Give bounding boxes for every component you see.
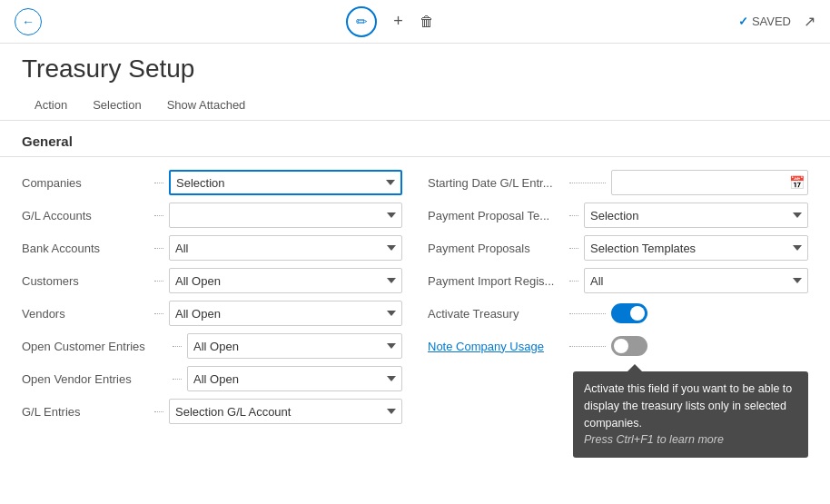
label-open-vendor-entries: Open Vendor Entries	[22, 372, 167, 386]
nav-tabs: Action Selection Show Attached	[0, 91, 830, 121]
dots-vendors	[154, 313, 163, 314]
dots-open-customer-entries	[173, 346, 182, 347]
dots-payment-proposals	[569, 248, 578, 249]
form-row-gl-accounts: G/L Accounts	[22, 201, 402, 230]
form-row-gl-entries: G/L Entries Selection G/L Account	[22, 397, 402, 426]
toggle-note-company-usage[interactable]	[611, 336, 647, 356]
label-note-company-usage: Note Company Usage	[428, 340, 564, 353]
page-title: Treasury Setup	[0, 44, 830, 91]
form-row-payment-proposal-template: Payment Proposal Te... Selection	[428, 201, 808, 230]
label-gl-entries: G/L Entries	[22, 405, 149, 419]
form-col-right: Starting Date G/L Entr... 📅 Payment Prop…	[420, 168, 808, 458]
tooltip-section: Activate this field if you want to be ab…	[573, 364, 808, 458]
select-payment-proposal-template[interactable]: Selection	[584, 203, 808, 228]
form-col-left: Companies Selection G/L Accounts Bank Ac…	[22, 168, 420, 458]
select-gl-entries[interactable]: Selection G/L Account	[169, 399, 402, 424]
form-row-companies: Companies Selection	[22, 168, 402, 197]
expand-icon: ↗	[804, 14, 815, 29]
label-payment-proposals: Payment Proposals	[428, 242, 564, 255]
dots-activate-treasury	[569, 313, 606, 314]
select-companies[interactable]: Selection	[169, 170, 402, 195]
dots-starting-date	[569, 183, 606, 183]
select-payment-import-register[interactable]: All	[584, 268, 808, 293]
label-gl-accounts: G/L Accounts	[22, 209, 149, 222]
label-bank-accounts: Bank Accounts	[22, 242, 149, 255]
select-open-customer-entries[interactable]: All Open	[187, 333, 402, 359]
dots-gl-accounts	[154, 215, 163, 216]
select-vendors[interactable]: All Open	[169, 301, 402, 326]
saved-label-text: SAVED	[752, 15, 791, 28]
form-row-open-vendor-entries: Open Vendor Entries All Open	[22, 364, 402, 393]
section-general: General	[0, 121, 830, 157]
form-row-starting-date: Starting Date G/L Entr... 📅	[428, 168, 808, 197]
label-payment-import-register: Payment Import Regis...	[428, 274, 564, 288]
saved-status: ✓ SAVED	[738, 15, 791, 28]
add-icon: +	[393, 12, 403, 31]
tooltip-arrow	[627, 364, 642, 371]
tab-selection[interactable]: Selection	[80, 91, 153, 121]
select-customers[interactable]: All Open	[169, 268, 402, 293]
label-payment-proposal-template: Payment Proposal Te...	[428, 209, 564, 222]
delete-icon: 🗑	[420, 14, 434, 30]
edit-button[interactable]: ✏	[346, 6, 377, 37]
toolbar-center: ✏ + 🗑	[346, 6, 434, 37]
label-vendors: Vendors	[22, 307, 149, 321]
form-row-payment-import-register: Payment Import Regis... All	[428, 266, 808, 295]
toolbar: ← ✏ + 🗑 ✓ SAVED ↗	[0, 0, 830, 44]
form-row-vendors: Vendors All Open	[22, 299, 402, 328]
dots-bank-accounts	[154, 248, 163, 249]
select-bank-accounts[interactable]: All	[169, 235, 402, 261]
select-payment-proposals[interactable]: Selection Templates	[584, 235, 808, 261]
check-icon: ✓	[738, 15, 748, 28]
tab-show-attached[interactable]: Show Attached	[154, 91, 259, 121]
form-body: Companies Selection G/L Accounts Bank Ac…	[0, 161, 830, 465]
back-icon: ←	[22, 15, 35, 29]
dots-note-company-usage	[569, 346, 606, 347]
label-open-customer-entries: Open Customer Entries	[22, 340, 167, 353]
expand-button[interactable]: ↗	[804, 13, 815, 30]
select-open-vendor-entries[interactable]: All Open	[187, 366, 402, 391]
form-row-note-company-usage: Note Company Usage	[428, 331, 808, 361]
dots-payment-import-register	[569, 281, 578, 282]
dots-customers	[154, 281, 163, 282]
delete-button[interactable]: 🗑	[420, 14, 434, 30]
form-row-payment-proposals: Payment Proposals Selection Templates	[428, 233, 808, 262]
form-row-open-customer-entries: Open Customer Entries All Open	[22, 331, 402, 361]
edit-icon: ✏	[356, 14, 368, 30]
tab-action[interactable]: Action	[22, 91, 80, 121]
date-wrapper-starting-date: 📅	[611, 170, 808, 195]
dots-open-vendor-entries	[173, 379, 182, 380]
back-button[interactable]: ←	[15, 8, 42, 35]
form-row-customers: Customers All Open	[22, 266, 402, 295]
dots-gl-entries	[154, 411, 163, 412]
label-customers: Customers	[22, 274, 149, 288]
dots-companies	[154, 183, 163, 183]
input-starting-date[interactable]	[611, 170, 808, 195]
dots-payment-proposal-template	[569, 215, 578, 216]
select-gl-accounts[interactable]	[169, 203, 402, 228]
tooltip-text: Activate this field if you want to be ab…	[584, 382, 792, 430]
label-companies: Companies	[22, 176, 149, 190]
label-activate-treasury: Activate Treasury	[428, 307, 564, 321]
form-row-bank-accounts: Bank Accounts All	[22, 233, 402, 262]
add-button[interactable]: +	[393, 12, 403, 31]
label-starting-date: Starting Date G/L Entr...	[428, 176, 564, 190]
toggle-activate-treasury[interactable]	[611, 303, 647, 323]
tooltip-hint: Press Ctrl+F1 to learn more	[584, 433, 724, 446]
form-row-activate-treasury: Activate Treasury	[428, 299, 808, 328]
toggle-wrap-activate-treasury	[611, 303, 647, 323]
tooltip-box: Activate this field if you want to be ab…	[573, 371, 808, 458]
toolbar-right: ✓ SAVED ↗	[738, 13, 815, 30]
toolbar-left: ←	[15, 8, 42, 35]
toggle-wrap-note-company-usage	[611, 336, 647, 356]
